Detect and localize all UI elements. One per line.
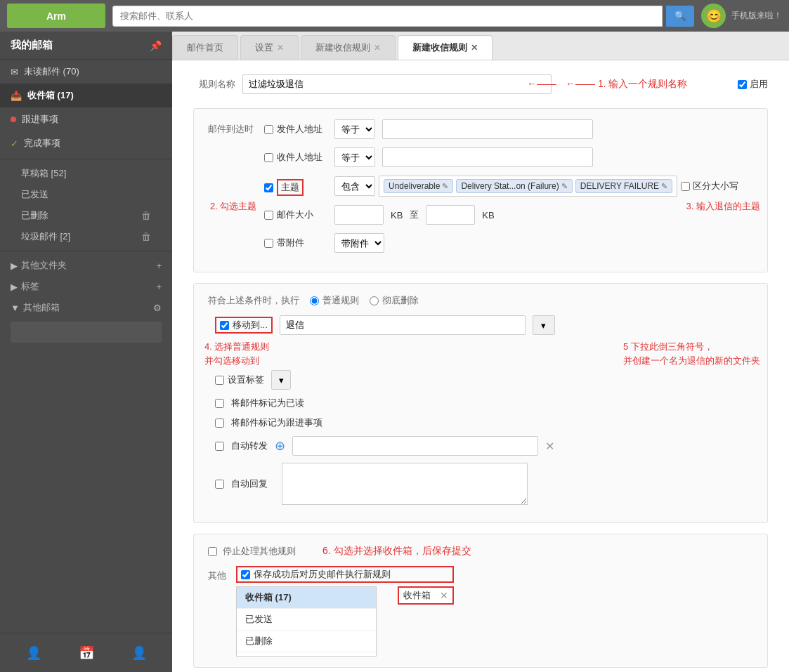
close-settings-icon[interactable]: ✕ <box>277 43 284 53</box>
auto-reply-checkbox[interactable] <box>215 480 224 489</box>
sidebar-item-followup[interactable]: 跟进事项 <box>0 107 172 131</box>
radio-normal-group[interactable]: 普通规则 <box>310 294 359 307</box>
tag-delivery-stat[interactable]: Delivery Stat...on (Failure) ✎ <box>456 179 572 193</box>
sender-value-input[interactable] <box>382 119 593 139</box>
enable-checkbox[interactable] <box>738 80 747 89</box>
mark-followup-checkbox[interactable] <box>215 419 224 428</box>
folder-dropdown-list[interactable]: 收件箱 (17) 已发送 已删除 垃圾邮件 [2] <box>236 586 377 657</box>
dropdown-item-inbox[interactable]: 收件箱 (17) <box>237 587 376 609</box>
move-label: 移动到... <box>233 319 268 331</box>
sidebar-item-inbox[interactable]: 📥 收件箱 (17) <box>0 84 172 107</box>
size-row: 邮件大小 KB 至 KB <box>208 205 753 225</box>
sidebar-item-draft[interactable]: 草稿箱 [52] <box>0 163 172 184</box>
sidebar-item-unread[interactable]: ✉ 未读邮件 (70) <box>0 60 172 84</box>
add-folder-icon[interactable]: + <box>156 261 162 271</box>
tag-undeliverable-edit[interactable]: ✎ <box>442 182 448 191</box>
sender-condition-select[interactable]: 等于 <box>334 119 375 139</box>
annotation2: 2. 勾选主题 <box>210 200 256 213</box>
tab-mail-home[interactable]: 邮件首页 <box>172 35 238 60</box>
profile-icon[interactable]: 👤 <box>126 640 151 665</box>
tab-new-rule-1[interactable]: 新建收信规则 ✕ <box>301 35 396 60</box>
sidebar-item-sent[interactable]: 已发送 <box>0 184 172 205</box>
radio-delete-group[interactable]: 彻底删除 <box>370 294 419 307</box>
dropdown-item-spam[interactable]: 垃圾邮件 [2] <box>237 652 376 657</box>
attachment-check-group: 带附件 <box>264 237 327 249</box>
other-mailbox-item[interactable] <box>11 322 162 343</box>
sidebar-group-tags[interactable]: ▶ 标签 + <box>0 276 172 297</box>
auto-reply-row: 自动回复 <box>208 463 753 505</box>
stop-processing-checkbox[interactable] <box>208 547 217 556</box>
set-tag-checkbox[interactable] <box>215 376 224 385</box>
sidebar-item-done[interactable]: ✓ 完成事项 <box>0 131 172 155</box>
inbox-icon: 📥 <box>11 91 22 101</box>
sidebar-group-other-folders[interactable]: ▶ 其他文件夹 + <box>0 255 172 276</box>
attachment-row: 带附件 带附件 <box>208 233 753 253</box>
auto-forward-input[interactable] <box>292 436 538 456</box>
receiver-value-input[interactable] <box>382 147 593 167</box>
size-min-input[interactable] <box>334 205 384 225</box>
sender-row: 邮件到达时 发件人地址 等于 <box>208 119 753 139</box>
delete-icon-deleted[interactable]: 🗑 <box>141 210 151 221</box>
remove-forward-icon[interactable]: ✕ <box>545 440 554 453</box>
move-dropdown-btn[interactable]: ▾ <box>533 315 555 335</box>
add-forward-icon[interactable]: ⊕ <box>275 438 285 454</box>
set-tag-check-group: 设置标签 <box>215 374 264 386</box>
search-input[interactable] <box>112 6 663 27</box>
enable-row: 启用 <box>738 78 768 91</box>
tag-delivery-failure-label: DELIVERY FAILURE <box>580 181 659 191</box>
tab-settings[interactable]: 设置 ✕ <box>240 35 299 60</box>
remove-folder-icon[interactable]: ✕ <box>440 590 448 601</box>
receiver-condition-select[interactable]: 等于 <box>334 147 375 167</box>
auto-forward-checkbox[interactable] <box>215 442 224 451</box>
tab-mail-home-label: 邮件首页 <box>187 41 223 54</box>
tag-delivery-stat-edit[interactable]: ✎ <box>561 182 568 191</box>
action-header-label: 符合上述条件时，执行 <box>208 294 299 307</box>
mark-read-checkbox[interactable] <box>215 399 224 408</box>
radio-normal[interactable] <box>310 296 319 305</box>
dropdown-item-deleted[interactable]: 已删除 <box>237 631 376 652</box>
tab-bar: 邮件首页 设置 ✕ 新建收信规则 ✕ 新建收信规则 ✕ <box>172 32 789 60</box>
mail-icon: ✉ <box>11 67 18 77</box>
other-row: 其他 保存成功后对历史邮件执行新规则 收件箱 (17) <box>208 566 753 657</box>
attachment-checkbox[interactable] <box>264 239 273 248</box>
sent-label: 已发送 <box>21 188 48 201</box>
dropdown-item-sent[interactable]: 已发送 <box>237 609 376 631</box>
case-sensitive-checkbox[interactable] <box>681 182 690 191</box>
tag-delivery-failure[interactable]: DELIVERY FAILURE ✎ <box>575 179 672 193</box>
close-rule1-icon[interactable]: ✕ <box>374 43 381 53</box>
condition-header-label: 邮件到达时 <box>208 123 257 136</box>
size-max-input[interactable] <box>426 205 475 225</box>
sidebar-title: 我的邮箱 <box>11 39 53 52</box>
move-value-input[interactable] <box>280 315 526 335</box>
sidebar-item-spam[interactable]: 垃圾邮件 [2] 🗑 <box>0 226 172 247</box>
auto-reply-textarea[interactable] <box>282 463 528 505</box>
subject-condition-select[interactable]: 包含 <box>334 176 375 196</box>
contacts-icon[interactable]: 👤 <box>21 640 46 665</box>
attachment-select[interactable]: 带附件 <box>334 233 384 253</box>
tab-new-rule-2[interactable]: 新建收信规则 ✕ <box>398 35 493 60</box>
attachment-label: 带附件 <box>277 237 304 249</box>
search-button[interactable]: 🔍 <box>666 6 694 27</box>
subject-checkbox[interactable] <box>264 183 273 192</box>
move-checkbox[interactable] <box>220 321 229 330</box>
set-tag-dropdown-btn[interactable]: ▾ <box>271 370 291 390</box>
calendar-icon[interactable]: 📅 <box>74 640 98 665</box>
sidebar-group-other-mailbox[interactable]: ▼ 其他邮箱 ⚙ <box>0 297 172 318</box>
tag-undeliverable[interactable]: Undeliverable ✎ <box>384 179 453 193</box>
sender-checkbox[interactable] <box>264 125 273 134</box>
divider2 <box>0 251 172 251</box>
add-tag-icon[interactable]: + <box>156 282 162 292</box>
settings-icon[interactable]: ⚙ <box>153 303 162 313</box>
close-rule2-icon[interactable]: ✕ <box>471 43 478 53</box>
radio-normal-label: 普通规则 <box>322 294 359 307</box>
radio-delete[interactable] <box>370 296 379 305</box>
size-checkbox[interactable] <box>264 211 273 220</box>
chevron-right-icon: ▶ <box>11 261 18 271</box>
apply-history-checkbox[interactable] <box>241 570 250 579</box>
rule-name-input[interactable] <box>242 74 552 94</box>
sidebar-item-deleted[interactable]: 已删除 🗑 <box>0 205 172 226</box>
delete-icon-spam[interactable]: 🗑 <box>141 231 151 242</box>
tag-delivery-failure-edit[interactable]: ✎ <box>661 182 667 191</box>
action-header: 符合上述条件时，执行 普通规则 彻底删除 <box>208 294 753 307</box>
receiver-checkbox[interactable] <box>264 153 273 162</box>
